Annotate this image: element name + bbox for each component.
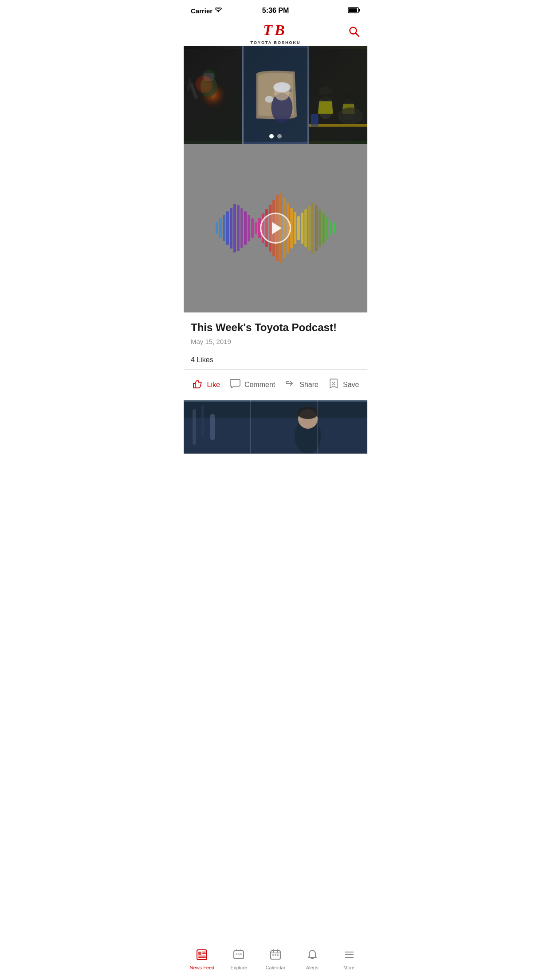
wave-bar-6 bbox=[237, 205, 240, 252]
wave-bar-30 bbox=[322, 213, 325, 243]
comment-icon bbox=[229, 378, 241, 392]
action-bar: Like Comment Share Save bbox=[184, 370, 367, 400]
like-label: Like bbox=[207, 381, 220, 389]
share-icon bbox=[284, 378, 296, 392]
svg-text:B: B bbox=[274, 22, 285, 38]
wave-bar-24 bbox=[301, 213, 303, 244]
dot-2[interactable] bbox=[277, 134, 282, 138]
svg-point-19 bbox=[265, 96, 273, 103]
podcast-section bbox=[184, 144, 367, 312]
svg-point-9 bbox=[201, 76, 217, 97]
wave-bar-10 bbox=[251, 218, 254, 238]
next-article-preview[interactable] bbox=[184, 400, 367, 454]
svg-line-6 bbox=[356, 33, 359, 36]
svg-rect-32 bbox=[201, 405, 204, 436]
hero-panel-3 bbox=[309, 46, 367, 144]
wave-bar-1 bbox=[219, 218, 222, 237]
carrier-info: Carrier bbox=[191, 7, 222, 15]
wave-bar-33 bbox=[333, 223, 335, 233]
hero-banner bbox=[184, 46, 367, 144]
svg-point-17 bbox=[274, 85, 290, 101]
svg-rect-38 bbox=[250, 400, 251, 454]
share-button[interactable]: Share bbox=[281, 376, 322, 394]
svg-point-22 bbox=[318, 96, 333, 119]
svg-rect-14 bbox=[244, 48, 307, 142]
wave-bar-7 bbox=[240, 208, 243, 249]
svg-text:T: T bbox=[263, 22, 273, 38]
wave-bar-27 bbox=[311, 202, 314, 253]
svg-rect-39 bbox=[317, 400, 318, 454]
article-title: This Week's Toyota Podcast! bbox=[191, 321, 360, 334]
wave-bar-3 bbox=[226, 211, 229, 245]
logo-text: TOYOTA BOSHOKU bbox=[251, 40, 301, 45]
svg-rect-12 bbox=[189, 83, 198, 99]
svg-point-16 bbox=[271, 93, 292, 122]
comment-label: Comment bbox=[244, 381, 275, 389]
svg-point-26 bbox=[343, 93, 354, 103]
article-date: May 15, 2019 bbox=[191, 338, 360, 345]
play-button[interactable] bbox=[260, 213, 291, 244]
svg-point-25 bbox=[342, 99, 354, 120]
battery-icon bbox=[348, 7, 360, 15]
save-icon bbox=[328, 378, 339, 392]
like-icon bbox=[192, 378, 204, 392]
svg-rect-28 bbox=[311, 114, 319, 126]
carousel-dots[interactable] bbox=[269, 134, 282, 138]
article-info: This Week's Toyota Podcast! May 15, 2019 bbox=[184, 312, 367, 351]
svg-point-8 bbox=[198, 80, 228, 110]
svg-rect-2 bbox=[349, 8, 357, 12]
carrier-text: Carrier bbox=[191, 7, 213, 15]
wave-bar-9 bbox=[248, 215, 250, 241]
like-button[interactable]: Like bbox=[189, 376, 224, 394]
status-time: 5:36 PM bbox=[262, 7, 289, 15]
svg-point-23 bbox=[320, 89, 331, 101]
play-icon bbox=[272, 222, 282, 234]
search-button[interactable] bbox=[348, 25, 360, 40]
dot-1[interactable] bbox=[269, 134, 274, 138]
svg-rect-13 bbox=[187, 78, 191, 91]
wave-bar-25 bbox=[304, 209, 307, 247]
hero-panel-1 bbox=[184, 46, 242, 144]
wave-bar-2 bbox=[223, 215, 225, 241]
hero-panel-2 bbox=[242, 46, 309, 144]
svg-rect-21 bbox=[309, 124, 367, 127]
header: T B TOYOTA BOSHOKU bbox=[184, 20, 367, 46]
svg-point-10 bbox=[202, 69, 215, 83]
wave-bar-28 bbox=[315, 205, 318, 252]
svg-rect-7 bbox=[184, 49, 242, 141]
svg-rect-31 bbox=[193, 409, 196, 445]
wave-bar-23 bbox=[297, 216, 300, 240]
wave-bar-11 bbox=[255, 222, 257, 234]
svg-rect-33 bbox=[210, 414, 215, 440]
wave-bar-5 bbox=[233, 204, 236, 253]
svg-point-18 bbox=[273, 82, 290, 92]
logo-emblem: T B bbox=[262, 21, 289, 40]
wave-bar-26 bbox=[308, 206, 311, 251]
wave-bar-22 bbox=[294, 212, 296, 245]
save-button[interactable]: Save bbox=[324, 376, 362, 394]
status-bar: Carrier 5:36 PM bbox=[184, 0, 367, 20]
wave-bar-4 bbox=[230, 208, 232, 249]
likes-count: 4 Likes bbox=[184, 351, 367, 370]
svg-rect-11 bbox=[204, 73, 214, 81]
wave-bar-8 bbox=[244, 211, 247, 245]
wave-bar-0 bbox=[216, 222, 218, 234]
svg-point-36 bbox=[297, 407, 319, 419]
wave-bar-29 bbox=[319, 209, 321, 248]
wave-bar-31 bbox=[326, 217, 328, 240]
share-label: Share bbox=[299, 381, 319, 389]
save-label: Save bbox=[343, 381, 359, 389]
svg-rect-15 bbox=[280, 89, 293, 92]
comment-button[interactable]: Comment bbox=[226, 376, 279, 394]
svg-rect-37 bbox=[184, 400, 367, 402]
svg-rect-20 bbox=[309, 49, 367, 141]
svg-rect-1 bbox=[359, 9, 360, 12]
wave-bar-32 bbox=[329, 220, 332, 237]
svg-point-27 bbox=[338, 107, 363, 124]
wifi-icon bbox=[215, 7, 222, 14]
svg-point-24 bbox=[319, 87, 332, 95]
app-logo: T B TOYOTA BOSHOKU bbox=[251, 21, 301, 45]
